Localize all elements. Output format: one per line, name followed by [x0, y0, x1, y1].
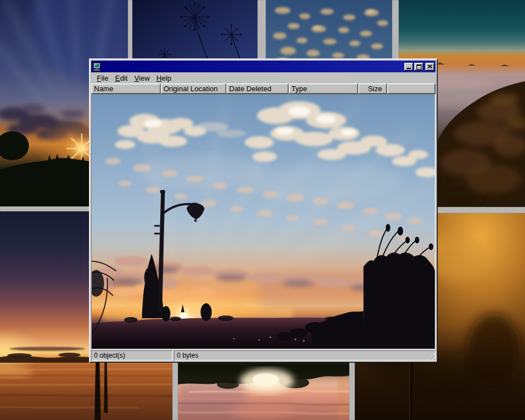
folder-view[interactable] — [91, 94, 435, 349]
column-header-name[interactable]: Name — [91, 83, 161, 94]
menu-item-help[interactable]: Help — [153, 73, 175, 83]
status-bytes: 0 bytes — [174, 350, 435, 360]
window-titlebar[interactable] — [91, 61, 435, 72]
column-header-original-location[interactable]: Original Location — [161, 83, 226, 94]
close-icon — [428, 65, 432, 68]
minimize-icon — [407, 68, 411, 69]
status-bar: 0 object(s) 0 bytes — [91, 349, 435, 360]
maximize-button[interactable] — [414, 63, 423, 71]
resize-grip[interactable] — [428, 353, 435, 360]
menu-item-view[interactable]: View — [131, 73, 153, 83]
column-header-size[interactable]: Size — [358, 83, 387, 94]
column-header-type[interactable]: Type — [289, 83, 358, 94]
close-button[interactable] — [425, 63, 434, 71]
computer-icon[interactable] — [92, 62, 101, 71]
sunset-lamp-photo — [92, 95, 435, 349]
menu-bar: File Edit View Help — [91, 73, 435, 83]
status-objects: 0 object(s) — [91, 350, 172, 360]
column-header-date-deleted[interactable]: Date Deleted — [226, 83, 289, 94]
recycle-bin-window: File Edit View Help Name Original Locati… — [89, 58, 438, 363]
menu-item-file[interactable]: File — [93, 73, 112, 83]
column-header-filler — [387, 83, 435, 94]
status-bytes-text: 0 bytes — [177, 352, 199, 359]
maximize-icon — [417, 65, 422, 70]
column-header-row: Name Original Location Date Deleted Type… — [91, 83, 435, 94]
minimize-button[interactable] — [404, 63, 413, 71]
status-objects-text: 0 object(s) — [94, 352, 125, 359]
menu-item-edit[interactable]: Edit — [112, 73, 131, 83]
